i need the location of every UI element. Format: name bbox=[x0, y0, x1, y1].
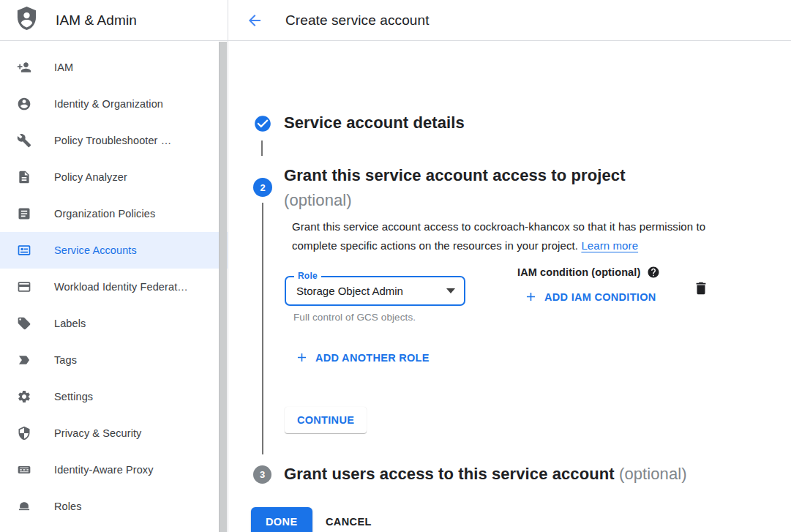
iam-condition-header: IAM condition (optional) bbox=[517, 266, 660, 279]
add-iam-condition-label: ADD IAM CONDITION bbox=[544, 291, 656, 303]
continue-button[interactable]: CONTINUE bbox=[285, 407, 367, 433]
shield-person-icon bbox=[15, 6, 38, 34]
back-arrow-icon[interactable] bbox=[243, 9, 266, 32]
sidebar-item-roles[interactable]: Roles bbox=[0, 488, 228, 525]
plus-icon bbox=[295, 351, 309, 364]
step2-optional-label: (optional) bbox=[284, 191, 352, 209]
tag-arrow-icon bbox=[16, 352, 32, 368]
step2-number: 2 bbox=[260, 182, 265, 193]
step2-number-circle: 2 bbox=[253, 178, 272, 197]
wizard-content: Service account details 2 Grant this ser… bbox=[228, 41, 791, 532]
sidebar-item-label: Identity & Organization bbox=[54, 98, 163, 110]
help-circle-icon[interactable] bbox=[647, 266, 660, 279]
sidebar-item-tags[interactable]: Tags bbox=[0, 342, 228, 378]
trash-icon[interactable] bbox=[693, 280, 709, 296]
sidebar-title: IAM & Admin bbox=[56, 12, 137, 29]
proxy-card-icon bbox=[16, 462, 32, 478]
sidebar-item-label: Roles bbox=[54, 501, 82, 512]
app-window: IAM & Admin IAM Identity & Organization … bbox=[0, 0, 791, 532]
step3-number-circle: 3 bbox=[253, 465, 271, 484]
hat-icon bbox=[16, 498, 32, 514]
cancel-button[interactable]: CANCEL bbox=[317, 507, 380, 532]
step2-description-text: Grant this service account access to coc… bbox=[292, 220, 705, 252]
step3-optional-label: (optional) bbox=[619, 465, 687, 483]
sidebar-item-organization-policies[interactable]: Organization Policies bbox=[0, 195, 228, 232]
main-panel: Create service account Service account d… bbox=[228, 0, 791, 532]
sidebar-item-label: Service Accounts bbox=[54, 244, 137, 256]
document-gear-icon bbox=[16, 169, 32, 185]
sidebar-item-label: Identity-Aware Proxy bbox=[54, 464, 154, 476]
sidebar-header: IAM & Admin bbox=[0, 0, 228, 41]
sidebar-nav: IAM Identity & Organization Policy Troub… bbox=[0, 41, 228, 525]
sidebar-item-service-accounts[interactable]: Service Accounts bbox=[0, 232, 228, 269]
done-button[interactable]: DONE bbox=[251, 507, 312, 532]
chevron-down-icon bbox=[446, 288, 455, 293]
service-account-key-icon bbox=[16, 242, 32, 258]
step2-title: Grant this service account access to pro… bbox=[284, 163, 626, 213]
stepper-connector bbox=[261, 141, 263, 156]
shield-icon bbox=[16, 425, 32, 441]
step2-title-text: Grant this service account access to pro… bbox=[284, 166, 626, 184]
sidebar-item-label: Policy Troubleshooter … bbox=[54, 135, 171, 146]
sidebar-item-policy-troubleshooter[interactable]: Policy Troubleshooter … bbox=[0, 122, 228, 159]
sidebar-item-label: Policy Analyzer bbox=[54, 171, 127, 183]
sidebar-item-identity-aware-proxy[interactable]: Identity-Aware Proxy bbox=[0, 452, 228, 488]
gear-icon bbox=[16, 389, 32, 405]
label-tag-icon bbox=[16, 315, 32, 331]
sidebar-item-labels[interactable]: Labels bbox=[0, 305, 228, 342]
add-another-role-button[interactable]: ADD ANOTHER ROLE bbox=[295, 351, 430, 364]
sidebar-item-label: Privacy & Security bbox=[54, 427, 141, 439]
sidebar: IAM & Admin IAM Identity & Organization … bbox=[0, 0, 228, 532]
sidebar-item-identity-organization[interactable]: Identity & Organization bbox=[0, 86, 228, 122]
stepper-connector bbox=[262, 203, 263, 454]
sidebar-item-workload-identity-federation[interactable]: Workload Identity Federat… bbox=[0, 269, 228, 305]
step3-title: Grant users access to this service accou… bbox=[284, 465, 687, 484]
learn-more-link[interactable]: Learn more bbox=[581, 239, 638, 252]
sidebar-item-privacy-security[interactable]: Privacy & Security bbox=[0, 415, 228, 452]
sidebar-scrollbar[interactable] bbox=[219, 42, 227, 532]
step2-description: Grant this service account access to coc… bbox=[292, 217, 719, 255]
person-add-icon bbox=[16, 59, 32, 75]
sidebar-item-policy-analyzer[interactable]: Policy Analyzer bbox=[0, 159, 228, 195]
wrench-icon bbox=[16, 132, 32, 149]
sidebar-item-label: IAM bbox=[54, 61, 73, 73]
step1-title: Service account details bbox=[284, 113, 465, 132]
sidebar-item-label: Tags bbox=[54, 354, 77, 366]
role-helper-text: Full control of GCS objects. bbox=[293, 312, 416, 323]
account-circle-icon bbox=[16, 96, 32, 112]
sidebar-item-label: Settings bbox=[54, 391, 93, 402]
role-field-label: Role bbox=[294, 271, 321, 281]
role-select[interactable]: Role Storage Object Admin bbox=[285, 276, 465, 306]
sidebar-item-label: Workload Identity Federat… bbox=[54, 281, 188, 293]
sidebar-item-iam[interactable]: IAM bbox=[0, 49, 228, 86]
sidebar-item-label: Labels bbox=[54, 318, 86, 329]
card-icon bbox=[16, 279, 32, 295]
add-another-role-label: ADD ANOTHER ROLE bbox=[315, 352, 430, 364]
step3-number: 3 bbox=[260, 469, 265, 480]
step3-title-text: Grant users access to this service accou… bbox=[284, 465, 615, 483]
document-lines-icon bbox=[16, 206, 32, 222]
iam-condition-label: IAM condition (optional) bbox=[517, 266, 640, 278]
page-title: Create service account bbox=[285, 12, 430, 29]
sidebar-item-settings[interactable]: Settings bbox=[0, 378, 228, 415]
add-iam-condition-button[interactable]: ADD IAM CONDITION bbox=[524, 290, 656, 304]
main-header: Create service account bbox=[228, 0, 791, 41]
role-selected-value: Storage Object Admin bbox=[296, 285, 446, 297]
plus-icon bbox=[524, 290, 538, 304]
step1-check-circle-icon bbox=[253, 114, 272, 133]
sidebar-item-label: Organization Policies bbox=[54, 208, 155, 220]
